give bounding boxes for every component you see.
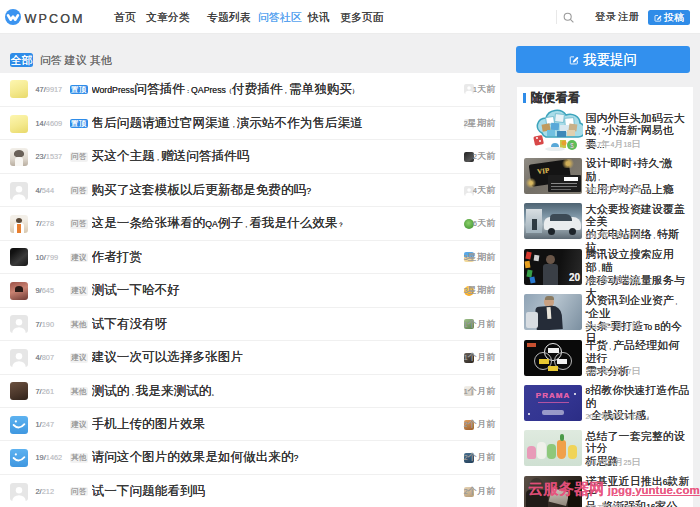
svg-text:$: $ <box>570 142 574 149</box>
